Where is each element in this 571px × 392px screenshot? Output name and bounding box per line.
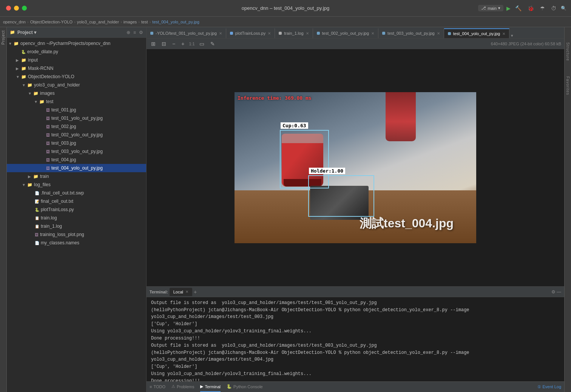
event-log-link[interactable]: ① Event Log: [537, 384, 561, 389]
gear-icon[interactable]: ⚙: [139, 30, 143, 35]
breadcrumb-item-4[interactable]: test: [141, 20, 148, 24]
terminal-line-3: Using yolo3_cup_and_holder/yolov3_traini…: [151, 328, 560, 335]
file-icon-tab4: [382, 32, 385, 35]
fit-page-button[interactable]: ⊞: [150, 40, 157, 48]
zoom-out-button[interactable]: −: [171, 40, 177, 48]
footer-tab-terminal[interactable]: ▶ Terminal: [200, 382, 221, 392]
coverage-button[interactable]: ☂: [539, 5, 546, 12]
tabs-overflow[interactable]: ▾: [509, 33, 515, 38]
tree-item-swp[interactable]: ▶ 📄 .final_cell_out.txt.swp: [7, 189, 146, 197]
tree-item-test002[interactable]: ▶ 🖼 test_002.jpg: [7, 122, 146, 131]
list-icon[interactable]: ≡: [133, 30, 136, 35]
terminal-line-7: ['Cup', 'Holder']: [151, 363, 560, 370]
favorites-strip-label[interactable]: Favorites: [566, 76, 570, 95]
tree-item-obj-detection[interactable]: ▼ 📁 ObjectDetection-YOLO: [7, 73, 146, 81]
project-header-icons[interactable]: ⊕ ≡ ⚙: [127, 30, 143, 35]
color-picker-button[interactable]: ✎: [209, 40, 216, 48]
folder-icon: 📁: [10, 30, 15, 35]
tree-item-test004[interactable]: ▶ 🖼 test_004.jpg: [7, 156, 146, 164]
tree-item-root[interactable]: ▼ 📁 opencv_dnn ~/PycharmProjects/opencv_…: [7, 39, 146, 48]
close-tab-0[interactable]: ✕: [219, 31, 222, 35]
tree-item-train-log[interactable]: ▶ 📋 train.log: [7, 214, 146, 222]
close-tab-1[interactable]: ✕: [268, 31, 271, 35]
breadcrumb-item-1[interactable]: ObjectDetection-YOLO: [30, 20, 73, 24]
terminal-line-6: (helloPythonProject) jctan@Jichangs-MacB…: [151, 349, 560, 363]
tab-4[interactable]: test_003_yolo_out_py.jpg ✕: [378, 28, 444, 38]
close-tab-4[interactable]: ✕: [437, 31, 440, 35]
file-tree: ▼ 📁 opencv_dnn ~/PycharmProjects/opencv_…: [7, 38, 146, 248]
breadcrumb-item-2[interactable]: yolo3_cup_and_holder: [77, 20, 119, 24]
tab-2[interactable]: train_1.log ✕: [275, 28, 313, 38]
debug-button[interactable]: 🐞: [526, 5, 536, 12]
search-button[interactable]: 🔍: [561, 6, 566, 11]
fit-window-button[interactable]: ▭: [198, 40, 206, 48]
scene-container: Cup:0.63 Holder:1.00 Inference time: 369…: [235, 92, 476, 243]
scope-icon[interactable]: ⊕: [127, 30, 130, 35]
breadcrumb-item-5[interactable]: test_004_yolo_out_py.jpg: [152, 20, 199, 24]
tree-item-plot-png[interactable]: ▶ 🖼 training_loss_plot.png: [7, 230, 146, 239]
tree-item-plot-py[interactable]: ▶ 🐍 plotTrainLoss.py: [7, 205, 146, 214]
tree-item-log-files[interactable]: ▼ 📁 log_files: [7, 181, 146, 189]
footer-tab-todo[interactable]: ≡ TODO: [150, 382, 165, 392]
close-tab-2[interactable]: ✕: [306, 31, 309, 35]
terminal-content[interactable]: Output file is stored as yolo3_cup_and_h…: [147, 297, 564, 381]
branch-selector[interactable]: ⎇ main ▾: [478, 5, 503, 11]
breadcrumb-item-0[interactable]: opencv_dnn: [3, 20, 26, 24]
project-panel-title: Project ▾: [17, 30, 36, 35]
structure-strip-label[interactable]: Structure: [566, 42, 570, 61]
project-strip-label: Project: [1, 30, 5, 45]
tree-item-mask-rcnn[interactable]: ▶ 📁 Mask-RCNN: [7, 64, 146, 73]
close-tab-5[interactable]: ✕: [502, 32, 505, 36]
zoom-in-button[interactable]: +: [180, 40, 186, 48]
run-button[interactable]: ▶: [506, 5, 511, 11]
tree-item-test003-out[interactable]: ▶ 🖼 test_003_yolo_out_py.jpg: [7, 147, 146, 156]
footer-tab-problems[interactable]: ⚠ Problems: [171, 382, 194, 392]
folder-icon: 📁: [14, 41, 19, 46]
footer-tab-python-console[interactable]: 🐍 Python Console: [227, 382, 263, 392]
tree-item-yolo3[interactable]: ▼ 📁 yolo3_cup_and_holder: [7, 81, 146, 89]
window-controls[interactable]: [6, 6, 27, 11]
terminal-tab-local[interactable]: Local ✕: [170, 288, 192, 296]
tab-1[interactable]: plotTrainLoss.py ✕: [226, 28, 275, 38]
terminal-settings-icon[interactable]: ⚙ —: [551, 289, 561, 295]
tree-item-test003[interactable]: ▶ 🖼 test_003.jpg: [7, 139, 146, 147]
terminal-line-5: Output file is stored as yolo3_cup_and_h…: [151, 342, 560, 349]
terminal-line-0: Output file is stored as yolo3_cup_and_h…: [151, 299, 560, 306]
close-tab-3[interactable]: ✕: [371, 31, 374, 35]
tree-item-train[interactable]: ▶ 📁 train: [7, 172, 146, 181]
project-header: 📁 Project ▾ ⊕ ≡ ⚙: [7, 27, 146, 38]
minimize-button[interactable]: [14, 6, 19, 11]
close-button[interactable]: [6, 6, 11, 11]
grid-button[interactable]: ⊟: [160, 40, 168, 48]
tree-item-final-txt[interactable]: ▶ 📝 final_cell_out.txt: [7, 197, 146, 205]
breadcrumb-item-3[interactable]: images: [123, 20, 137, 24]
terminal-label: Terminal:: [150, 290, 168, 294]
tree-item-test002-out[interactable]: ▶ 🖼 test_002_yolo_out_py.jpg: [7, 131, 146, 139]
footer-tabs: ≡ TODO ⚠ Problems ▶ Terminal 🐍 Python Co…: [147, 381, 564, 392]
close-terminal-tab[interactable]: ✕: [185, 290, 188, 294]
tree-item-test[interactable]: ▼ 📁 test: [7, 97, 146, 106]
arrow-icon: ▼: [8, 42, 12, 46]
tree-item-test004-out[interactable]: ▶ 🖼 test_004_yolo_out_py.jpg: [7, 164, 146, 172]
new-terminal-button[interactable]: +: [194, 289, 197, 295]
build-button[interactable]: 🔨: [514, 5, 523, 12]
tree-item-input[interactable]: ▶ 📁 input: [7, 56, 146, 64]
tab-5[interactable]: test_004_yolo_out_py.jpg ✕: [444, 28, 510, 38]
terminal-line-4: Done processing!!!: [151, 335, 560, 342]
holder-label: Holder:1.00: [309, 168, 345, 174]
tree-item-images[interactable]: ▼ 📁 images: [7, 89, 146, 97]
tree-item-test001-out[interactable]: ▶ 🖼 test_001_yolo_out_py.jpg: [7, 114, 146, 122]
tab-0[interactable]: -YOLO/test_001_yolo_out_py.jpg ✕: [147, 28, 226, 38]
terminal-line-9: Done processing!!!: [151, 378, 560, 381]
tree-item-erode[interactable]: ▶ 🐍 erode_dilate.py: [7, 48, 146, 56]
profile-button[interactable]: ⏱: [549, 5, 558, 12]
tree-item-test001[interactable]: ▶ 🖼 test_001.jpg: [7, 106, 146, 114]
image-viewer: Cup:0.63 Holder:1.00 Inference time: 369…: [147, 49, 564, 286]
tree-item-train1-log[interactable]: ▶ 📋 train_1.log: [7, 222, 146, 230]
branch-name: main: [488, 6, 497, 11]
project-side-strip[interactable]: Project: [0, 27, 7, 392]
editor-toolbar: ⊞ ⊟ − + 1:1 ▭ ✎ 640×480 JPEG (24-bit col…: [147, 39, 564, 49]
tab-3[interactable]: test_002_yolo_out_py.jpg ✕: [313, 28, 379, 38]
maximize-button[interactable]: [22, 6, 27, 11]
tree-item-classes[interactable]: ▶ 📄 my_classes.names: [7, 239, 146, 247]
